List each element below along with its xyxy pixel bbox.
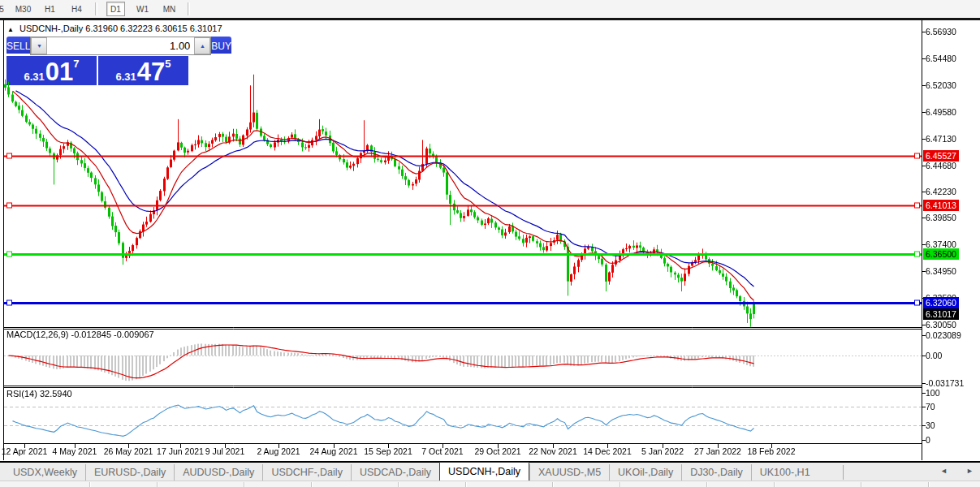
status-bar-divider — [620, 482, 621, 487]
chart-tab-ukoil-daily[interactable]: UKOil-,Daily — [609, 464, 681, 481]
date-axis-label: 26 May 2021 — [100, 446, 157, 456]
timeframe-button-h4[interactable]: H4 — [67, 2, 86, 16]
date-axis-label: 12 Apr 2021 — [0, 446, 53, 456]
timeframe-toolbar: 5M30H1H4D1W1MN — [0, 0, 980, 18]
rsi-axis-label: 70 — [926, 402, 935, 412]
date-axis-label: 4 May 2021 — [46, 446, 103, 456]
date-axis-label: 22 Nov 2021 — [525, 446, 581, 456]
price-line-tag: 6.36500 — [923, 248, 959, 260]
price-axis-tick-label: 6.47130 — [926, 134, 956, 144]
status-bar-divider — [706, 482, 708, 487]
date-axis-label: 7 Oct 2021 — [414, 446, 471, 456]
status-bar-divider — [552, 482, 554, 487]
status-bar-divider — [465, 482, 467, 487]
chart-tab-usdx-weekly[interactable]: USDX,Weekly — [5, 464, 85, 481]
status-bar-divider — [89, 482, 91, 487]
status-bar-divider — [244, 482, 245, 487]
chart-tab-usdchf-daily[interactable]: USDCHF-,Daily — [262, 464, 351, 481]
timeframe-button-h1[interactable]: H1 — [41, 2, 59, 16]
status-bar-divider — [157, 482, 158, 487]
price-chart-canvas[interactable] — [0, 0, 980, 487]
chart-tab-usdcnh-daily[interactable]: USDCNH-,Daily — [439, 462, 529, 481]
status-bar-divider — [861, 482, 862, 487]
timeframe-button-5[interactable]: 5 — [0, 2, 6, 16]
date-axis-label: 14 Dec 2021 — [579, 446, 636, 456]
macd-axis-label: -0.031731 — [926, 378, 964, 388]
status-bar-divider — [311, 482, 313, 487]
chart-tab-bar: USDX,WeeklyEURUSD-,DailyAUDUSD-,DailyUSD… — [0, 461, 980, 481]
toolbar-separator — [0, 18, 980, 20]
chart-tab-uk100-h1[interactable]: UK100-,H1 — [751, 464, 818, 481]
chart-tab-dj30-daily[interactable]: DJ30-,Daily — [681, 464, 751, 481]
rsi-indicator-label: RSI(14) 32.5940 — [6, 389, 72, 399]
price-axis-tick-label: 6.54480 — [926, 54, 956, 63]
timeframe-button-w1[interactable]: W1 — [133, 2, 152, 16]
chart-tab-eurusd-daily[interactable]: EURUSD-,Daily — [85, 464, 174, 481]
price-axis-tick-label: 6.56930 — [926, 27, 956, 37]
tab-scroll-left-icon[interactable]: ◄ — [940, 467, 948, 475]
date-axis-label: 24 Aug 2021 — [305, 446, 362, 456]
date-axis-label: 2 Aug 2021 — [250, 446, 307, 456]
macd-axis-label: 0.00 — [926, 351, 942, 360]
current-price-tag: 6.31017 — [923, 308, 959, 320]
status-bar — [0, 481, 980, 487]
rsi-axis-label: 100 — [926, 388, 940, 398]
price-axis-tick-label: 6.49580 — [926, 107, 956, 117]
price-axis-tick-label: 6.42230 — [926, 187, 956, 196]
macd-axis-label: 0.023089 — [926, 330, 961, 340]
price-line-tag: 6.41013 — [923, 200, 959, 211]
rsi-axis-label: 30 — [926, 420, 935, 430]
chart-tab-usdcad-daily[interactable]: USDCAD-,Daily — [351, 464, 439, 481]
date-axis-label: 18 Feb 2022 — [743, 446, 800, 456]
status-bar-divider — [774, 482, 775, 487]
toolbar-divider — [95, 2, 97, 15]
toolbar-divider — [188, 2, 190, 15]
tab-scroll-right-icon[interactable]: ► — [966, 467, 974, 475]
price-axis-tick-label: 6.44680 — [926, 161, 956, 170]
price-axis-tick-label: 6.34950 — [926, 266, 956, 276]
date-axis-label: 9 Jul 2021 — [196, 446, 253, 456]
chart-tab-xauusd-m5[interactable]: XAUUSD-,M5 — [529, 464, 609, 481]
price-line-tag: 6.32060 — [923, 297, 959, 308]
date-axis-label: 27 Jan 2022 — [689, 446, 746, 456]
macd-indicator-label: MACD(12,26,9) -0.012845 -0.009067 — [6, 330, 154, 339]
status-bar-divider — [398, 482, 399, 487]
price-line-tag: 6.45527 — [923, 150, 959, 162]
tab-bar-separator — [843, 465, 844, 480]
timeframe-button-m30[interactable]: M30 — [14, 2, 32, 16]
chart-tab-audusd-daily[interactable]: AUDUSD-,Daily — [174, 464, 262, 481]
timeframe-button-d1[interactable]: D1 — [106, 2, 125, 16]
date-axis-label: 5 Jan 2022 — [634, 446, 691, 456]
date-axis-label: 29 Oct 2021 — [469, 446, 526, 456]
price-axis-tick-label: 6.39850 — [926, 213, 956, 222]
timeframe-button-mn[interactable]: MN — [160, 2, 179, 16]
price-axis-tick-label: 6.52030 — [926, 80, 956, 90]
rsi-axis-label: 0 — [926, 435, 930, 445]
status-bar-divider — [928, 482, 930, 487]
date-axis-label: 15 Sep 2021 — [360, 446, 417, 456]
price-axis-tick-label: 6.30050 — [926, 320, 956, 330]
